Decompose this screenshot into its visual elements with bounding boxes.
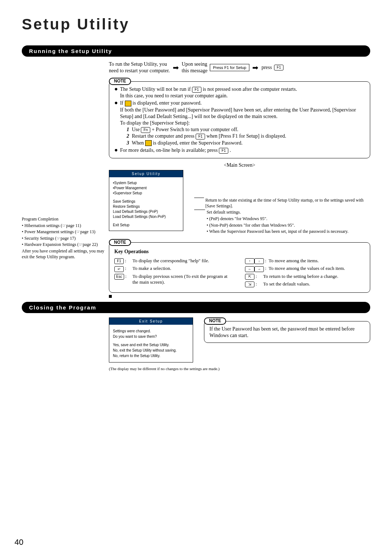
section-end-square [109, 295, 112, 298]
note1-b3b: . [230, 147, 231, 153]
enter-key-icon: ↵ [114, 266, 124, 272]
step-3a: When [132, 140, 145, 146]
note-box-2: Key Operations F1 :To display the corres… [109, 242, 370, 292]
screen-item: Exit Setup [113, 223, 179, 227]
bullet-icon: ● [114, 86, 118, 99]
lock-icon [125, 101, 131, 106]
note1-b1b: is not pressed soon after the computer r… [203, 86, 297, 92]
bullet-icon: ● [114, 100, 118, 146]
exit-setup-box: Exit Setup Settings were changed. Do you… [109, 317, 193, 362]
step-2b: when [Press F1 for Setup] is displayed. [207, 133, 286, 139]
exit-o1: Yes, save and exit the Setup Utility. [113, 342, 189, 348]
sidebar-l1: • Hibernation settings ( [22, 223, 62, 228]
screen-item: •Power Management [113, 186, 179, 190]
f1-key-icon: F1 [196, 134, 205, 139]
note1-b2b: is displayed, enter your password. [132, 100, 202, 106]
keyop-d5: To move among the values of each item. [269, 266, 345, 272]
sidebar-l4: • Hardware Expansion Settings ( [22, 242, 79, 247]
esc-key-icon: Esc [114, 274, 124, 280]
annot-a4: • (Non-PnP) denotes "for other than Wind… [207, 223, 370, 228]
fn-key-icon: Fn [141, 127, 150, 133]
step-1-num: 1 [127, 127, 129, 132]
screen-item: •Supervisor Setup [113, 191, 179, 195]
note1-b3a: For more details, on-line help is availa… [120, 147, 219, 153]
exit-q1: Settings were changed. [113, 328, 189, 334]
f1-key-icon: F1 [192, 87, 201, 93]
home-key-icon: ⇱ [245, 274, 254, 280]
pointer-icon: ☞ [76, 229, 80, 234]
lock-icon [145, 140, 152, 146]
annot-a5: • When the Supervisor Password has been … [207, 229, 370, 235]
flow-text-3: press [261, 64, 272, 71]
sidebar-l3: • Security Settings ( [22, 236, 57, 241]
f1-key-icon: F1 [219, 148, 228, 154]
arrow-icon: ➡ [252, 63, 258, 72]
program-completion-sidebar: Program Completion • Hibernation setting… [22, 216, 109, 300]
exit-o2: No, exit the Setup Utility without savin… [113, 348, 189, 353]
exit-title: Exit Setup [109, 318, 193, 325]
left-key-icon: ← [245, 266, 254, 272]
sidebar-p4: page 22) [83, 242, 98, 247]
note-label: NOTE [204, 317, 226, 325]
f1-key-icon: F1 [274, 65, 283, 70]
down-key-icon: ↓ [254, 258, 264, 264]
exit-o3: No, return to the Setup Utility. [113, 353, 189, 358]
screen-title: Setup Utility [109, 170, 183, 177]
note-label: NOTE [109, 78, 131, 85]
keyop-d2: To make a selection. [132, 266, 171, 272]
page-title: Setup Utility [22, 15, 370, 35]
flow-text-1b: need to restart your computer. [109, 68, 170, 74]
exit-q2: Do you want to save them? [113, 334, 189, 339]
right-key-icon: → [254, 266, 264, 272]
step-2a: Restart the computer and press [132, 133, 196, 139]
end-key-icon: ⇲ [245, 281, 254, 287]
step-3b: is displayed, enter the Supervisor Passw… [153, 140, 242, 146]
annot-a1: Return to the state existing at the time… [205, 198, 370, 209]
step-2-num: 2 [127, 133, 129, 139]
press-f1-msgbox: Press F1 for Setup [210, 64, 250, 71]
step-1a: Use [132, 127, 141, 132]
note-label: NOTE [109, 239, 131, 246]
note-box-3: If the User Password has been set, the p… [204, 321, 370, 343]
keyop-d3: To display previous screen (To exit the … [132, 274, 234, 286]
step-3-num: 3 [127, 140, 129, 146]
annot-a2: Set default settings. [207, 210, 241, 215]
note1-b1a: The Setup Utility will not be run if [120, 86, 192, 92]
flow-text-1a: To run the Setup Utility, you [109, 61, 170, 68]
step-1b: + Power Switch to turn your computer off… [152, 127, 238, 132]
screen-item: Save Settings [113, 199, 179, 204]
screen-item: •System Setup [113, 181, 179, 185]
note1-b2d: To display the [Supervisor Setup]: [120, 120, 365, 126]
sidebar-p3: page 17) [61, 236, 76, 241]
arrow-icon: ➡ [173, 63, 179, 72]
note1-b2c: If both the [User Password] and [Supervi… [120, 107, 365, 120]
bullet-icon: ● [114, 147, 118, 154]
note1-b2a: If [120, 100, 125, 106]
keyop-d6: To return to the setting before a change… [263, 274, 338, 280]
sidebar-l5: After you have completed all settings, y… [22, 248, 109, 260]
sidebar-l2: • Power Management settings ( [22, 229, 76, 234]
screen-item: Load Default Settings (Non-PnP) [113, 214, 179, 219]
sidebar-title: Program Completion [22, 216, 109, 222]
note-box-1: ● The Setup Utility will not be run if F… [109, 81, 370, 158]
sidebar-p2: page 13) [80, 229, 95, 234]
note1-b1c: In this case, you need to restart your c… [120, 93, 297, 99]
closing-note-text: If the User Password has been set, the p… [209, 326, 355, 338]
pointer-icon: ☞ [79, 242, 83, 247]
footnote: (The display may be different if no chan… [109, 366, 370, 371]
main-screen-box: Setup Utility •System Setup •Power Manag… [109, 170, 183, 231]
screen-item: Restore Settings [113, 204, 179, 209]
screen-annotations: Return to the state existing at the time… [194, 170, 370, 235]
pointer-icon: ☞ [62, 223, 66, 228]
keyop-d1: To display the corresponding "help" file… [132, 258, 209, 264]
key-ops-title: Key Operations [114, 248, 365, 255]
running-header: Running the Setup Utility [22, 45, 370, 57]
closing-header: Closing the Program [22, 302, 370, 313]
keyop-d7: To set the default values. [263, 281, 310, 287]
keyop-d4: To move among the items. [269, 258, 319, 264]
up-key-icon: ↑ [245, 258, 254, 264]
screen-item: Load Default Settings (PnP) [113, 209, 179, 214]
sidebar-p1: page 11) [66, 223, 81, 228]
flow-text-2b: this message [182, 68, 208, 74]
flow-text-2a: Upon seeing [182, 61, 208, 68]
